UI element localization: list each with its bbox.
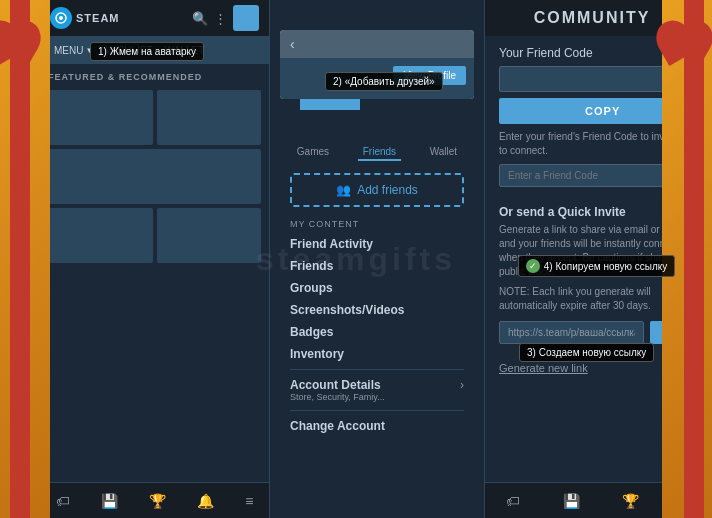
middle-panel: ‹ View Profile 2) «Добавить друзей» Game… [270,0,485,518]
screenshots-link[interactable]: Screenshots/Videos [290,299,464,321]
annotation-4-text: 4) Копируем новую ссылку [544,261,668,272]
divider [290,369,464,370]
account-label: Account Details [290,378,385,392]
gift-bow-right [657,20,712,70]
steam-logo: STEAM [50,7,120,29]
nav-menu-label: MENU [54,45,83,56]
featured-item-1[interactable] [48,90,153,145]
change-account-link[interactable]: Change Account [290,415,464,437]
save-icon[interactable]: 💾 [101,493,118,509]
featured-item-5[interactable] [157,208,262,263]
bell-icon[interactable]: 🔔 [197,493,214,509]
menu-icon[interactable]: ⋮ [214,11,227,26]
inventory-link[interactable]: Inventory [290,343,464,365]
tab-games[interactable]: Games [292,144,334,161]
gift-decoration-left [0,0,50,518]
account-details-row[interactable]: Account Details Store, Security, Famiy..… [290,374,464,406]
featured-item-4[interactable] [48,208,153,263]
featured-label: FEATURED & RECOMMENDED [48,72,261,82]
tag-icon[interactable]: 🏷 [56,493,70,509]
account-details-left: Account Details Store, Security, Famiy..… [290,378,385,402]
tab-friends[interactable]: Friends [358,144,401,161]
profile-tabs-area: Games Friends Wallet 👥 Add friends MY CO… [280,138,474,443]
dropdown-back-btn[interactable]: ‹ [280,30,474,58]
annotation-tooltip-4: ✓ 4) Копируем новую ссылку [518,255,676,277]
friend-activity-link[interactable]: Friend Activity [290,233,464,255]
header-icons: 🔍 ⋮ [192,5,259,31]
left-bottom-nav: 🏷 💾 🏆 🔔 ≡ [40,482,269,518]
steam-logo-text: STEAM [76,12,120,24]
back-arrow-icon: ‹ [290,36,295,52]
annotation-tooltip-3: 3) Создаем новую ссылку [519,343,654,362]
tab-wallet[interactable]: Wallet [425,144,462,161]
search-icon[interactable]: 🔍 [192,11,208,26]
my-content-section: MY CONTENT Friend Activity Friends Group… [280,213,474,443]
main-content: STEAM 🔍 ⋮ 1) Жмем на аватарку MENU ▼ WIS… [40,0,672,518]
right-trophy-icon[interactable]: 🏆 [622,493,639,509]
right-save-icon[interactable]: 💾 [563,493,580,509]
avatar[interactable] [233,5,259,31]
badges-link[interactable]: Badges [290,321,464,343]
friends-link[interactable]: Friends [290,255,464,277]
trophy-icon[interactable]: 🏆 [149,493,166,509]
link-input[interactable] [499,321,644,344]
menu-bars-icon[interactable]: ≡ [245,493,253,509]
check-icon: ✓ [526,259,540,273]
chevron-right-icon: › [460,378,464,402]
annotation-tooltip-1: 1) Жмем на аватарку [90,42,204,61]
divider-2 [290,410,464,411]
groups-link[interactable]: Groups [290,277,464,299]
steam-header: STEAM 🔍 ⋮ [40,0,269,36]
add-friends-button[interactable]: 👥 Add friends [290,173,464,207]
svg-point-1 [59,16,63,20]
left-panel: STEAM 🔍 ⋮ 1) Жмем на аватарку MENU ▼ WIS… [40,0,270,518]
add-friends-label: Add friends [357,183,418,197]
community-title: COMMUNITY [534,9,651,27]
profile-tabs: Games Friends Wallet [280,138,474,167]
add-friends-icon: 👥 [336,183,351,197]
gift-bow-left [0,20,55,70]
account-sublabel: Store, Security, Famiy... [290,392,385,402]
featured-item-3[interactable] [48,149,261,204]
featured-grid [48,90,261,263]
annotation-tooltip-2: 2) «Добавить друзей» [325,72,443,91]
my-content-label: MY CONTENT [290,219,464,229]
featured-item-2[interactable] [157,90,262,145]
featured-area: FEATURED & RECOMMENDED [40,64,269,482]
right-tag-icon[interactable]: 🏷 [506,493,520,509]
